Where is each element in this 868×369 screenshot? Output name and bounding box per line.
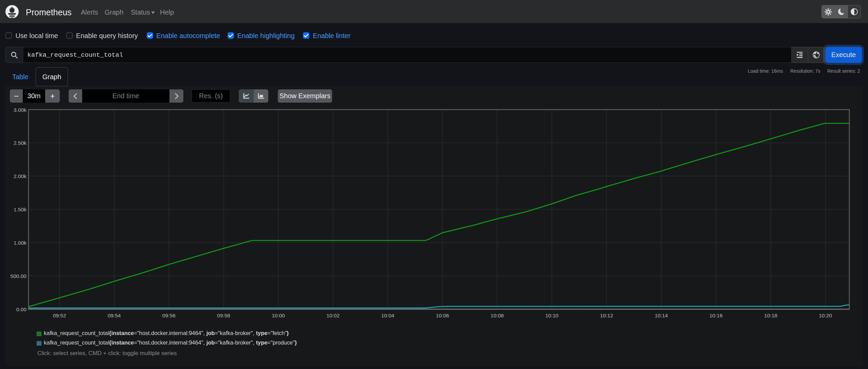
svg-text:10:08: 10:08 [491,313,504,318]
svg-text:10:10: 10:10 [545,313,559,318]
svg-text:09:58: 09:58 [217,313,230,318]
svg-text:09:52: 09:52 [53,313,66,318]
svg-text:500.00: 500.00 [11,273,27,279]
svg-text:09:54: 09:54 [108,313,121,318]
svg-text:10:04: 10:04 [381,313,394,318]
svg-text:0.00: 0.00 [16,306,27,312]
svg-text:10:14: 10:14 [655,313,668,318]
svg-text:1.00k: 1.00k [14,240,26,246]
svg-text:10:20: 10:20 [819,313,832,318]
svg-text:1.50k: 1.50k [14,207,26,212]
svg-text:2.00k: 2.00k [14,173,26,179]
svg-text:10:12: 10:12 [600,313,613,318]
svg-text:09:56: 09:56 [162,313,176,318]
svg-text:2.50k: 2.50k [14,140,26,146]
svg-text:10:18: 10:18 [764,313,777,318]
svg-text:3.00k: 3.00k [14,107,26,113]
svg-text:10:16: 10:16 [709,313,723,318]
svg-text:10:02: 10:02 [326,313,340,318]
svg-text:10:00: 10:00 [272,313,285,318]
svg-text:10:06: 10:06 [436,313,449,318]
